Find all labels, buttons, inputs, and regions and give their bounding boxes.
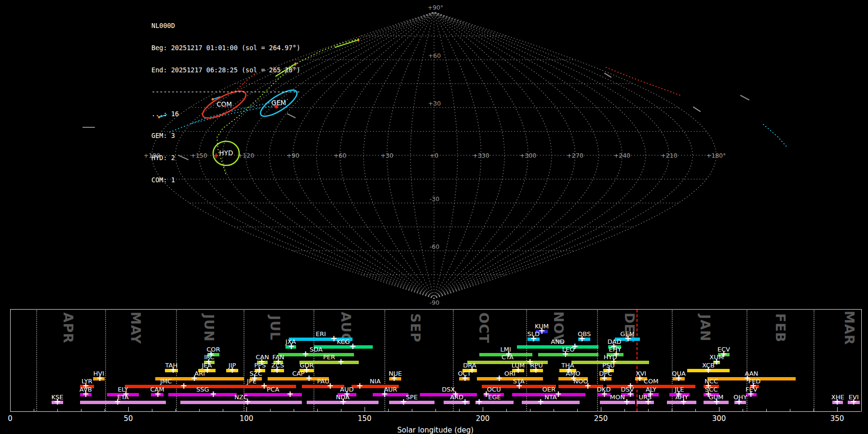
meteor-trail xyxy=(741,95,749,100)
x-axis-minor-tick xyxy=(223,409,223,411)
map-label-lat: +30 xyxy=(428,100,441,107)
meteor-trail-dotted xyxy=(606,68,681,95)
x-axis-minor-tick xyxy=(105,409,105,411)
shower-max-marker-per: + xyxy=(338,358,344,366)
activity-timeline-chart: APRMAYJUNJULAUGSEPOCTNOVDECJANFEBMARKUM+… xyxy=(0,309,868,434)
x-axis-minor-tick xyxy=(57,409,58,411)
shower-max-marker-pca: + xyxy=(287,390,294,398)
x-axis-minor-tick xyxy=(766,409,767,411)
x-axis-minor-tick xyxy=(270,409,271,411)
x-axis-minor-tick xyxy=(743,409,743,411)
shower-max-marker-leo: + xyxy=(562,350,569,358)
month-label-jul: JUL xyxy=(267,315,282,340)
shower-max-marker-xvi: + xyxy=(637,374,643,382)
x-axis-tick-label: 150 xyxy=(358,414,372,423)
meteor-trail-dotted xyxy=(763,124,787,147)
x-axis-tick-label: 250 xyxy=(594,414,608,423)
shower-max-marker-cap: + xyxy=(306,374,312,382)
shower-label-jpe: JPE xyxy=(247,378,257,385)
shower-label-cap: CAP xyxy=(292,370,305,377)
shower-max-marker-gum: + xyxy=(713,398,720,406)
x-axis-major-tick xyxy=(719,407,719,411)
shower-bar-jmc xyxy=(125,385,208,388)
shower-label-nia: NIA xyxy=(370,378,380,385)
shower-max-marker-cam: + xyxy=(154,390,161,398)
map-label-pole-north: +90° xyxy=(428,4,444,11)
x-axis-tick-label: 0 xyxy=(8,414,13,423)
map-label-lon: +240 xyxy=(614,152,630,159)
x-axis-minor-tick xyxy=(341,409,341,411)
shower-max-marker-mon: + xyxy=(624,398,630,406)
observation-info-block: NL000D Beg: 20251217 01:01:00 (sol = 264… xyxy=(151,8,300,198)
shower-max-marker-ssg: + xyxy=(210,390,217,398)
shower-max-marker-noo: + xyxy=(584,382,591,390)
shower-max-marker-jea: + xyxy=(204,366,211,374)
x-axis-minor-tick xyxy=(294,409,294,411)
month-gridline-mar xyxy=(814,310,814,411)
month-gridline-apr xyxy=(36,310,37,411)
shower-max-marker-oct: + xyxy=(461,374,468,382)
meteor-trail xyxy=(335,40,358,47)
shower-max-marker-tah: + xyxy=(170,366,176,374)
x-axis-tick-label: 300 xyxy=(712,414,726,423)
shower-max-marker-ard: + xyxy=(461,398,468,406)
shower-bar-nta xyxy=(522,401,580,404)
count-com: COM: 1 xyxy=(151,176,300,184)
shower-bar-sda xyxy=(278,353,354,356)
x-axis-minor-tick xyxy=(152,409,152,411)
shower-max-marker-gem: + xyxy=(624,335,631,343)
x-axis-major-tick xyxy=(365,407,365,411)
x-axis-minor-tick xyxy=(814,409,814,411)
x-axis-minor-tick xyxy=(317,409,318,411)
map-label-lat: -30 xyxy=(430,195,439,203)
shower-max-marker-sta: + xyxy=(516,382,523,390)
shower-max-marker-lum: + xyxy=(515,366,521,374)
shower-max-marker-ari: + xyxy=(191,374,198,382)
x-axis-major-tick xyxy=(10,407,11,411)
shower-bar-jpe xyxy=(207,385,296,388)
x-axis-minor-tick xyxy=(199,409,200,411)
x-axis-minor-tick xyxy=(459,409,460,411)
shower-max-marker-evi: + xyxy=(850,398,857,406)
x-axis-tick-label: 200 xyxy=(476,414,490,423)
shower-label-per: PER xyxy=(323,353,335,361)
shower-bar-ssg xyxy=(168,393,237,396)
shower-label-kcg: KCG xyxy=(337,338,350,345)
x-axis-line xyxy=(10,411,861,412)
shower-max-marker-qua: + xyxy=(676,374,682,382)
x-axis-minor-tick xyxy=(435,409,436,411)
shower-bar-nzc xyxy=(180,401,302,404)
month-label-jun: JUN xyxy=(201,314,216,342)
map-label-lat: +60 xyxy=(428,52,441,59)
x-axis-major-tick xyxy=(128,407,129,411)
shower-max-marker-jmc: + xyxy=(180,382,187,390)
map-label-pole-south: -90 xyxy=(430,299,439,306)
shower-max-marker-sld: + xyxy=(530,335,537,343)
shower-label-com: COM xyxy=(644,378,659,385)
shower-bar-eta xyxy=(80,401,166,404)
shower-max-marker-dpc: + xyxy=(601,374,608,382)
station-id: NL000D xyxy=(151,22,300,29)
shower-max-marker-ohy: + xyxy=(736,398,743,406)
x-axis-minor-tick xyxy=(388,409,389,411)
shower-max-marker-kcg: + xyxy=(349,342,356,351)
map-label-lat: -60 xyxy=(430,243,439,250)
shower-label-spe: SPE xyxy=(406,393,418,401)
shower-max-marker-avb: + xyxy=(82,390,89,398)
x-axis-major-tick xyxy=(483,407,483,411)
month-label-sep: SEP xyxy=(408,313,423,343)
map-label-lon: +60 xyxy=(334,152,346,159)
shower-max-marker-rpu: + xyxy=(532,366,539,374)
shower-max-marker-sda: + xyxy=(302,350,309,358)
x-axis-minor-tick xyxy=(412,409,412,411)
shower-max-marker-fev: + xyxy=(747,390,754,398)
count-gem: GEM: 3 xyxy=(151,132,300,139)
shower-max-marker-xhe: + xyxy=(834,398,841,406)
shower-max-marker-nue: + xyxy=(391,374,397,382)
map-label-lon: +300 xyxy=(520,152,536,159)
x-axis-minor-tick xyxy=(81,409,81,411)
month-label-apr: APR xyxy=(61,312,76,343)
count-hyd: HYD: 2 xyxy=(151,154,300,162)
shower-max-marker-pau: + xyxy=(327,382,334,390)
shower-max-marker-aur: + xyxy=(381,390,388,398)
